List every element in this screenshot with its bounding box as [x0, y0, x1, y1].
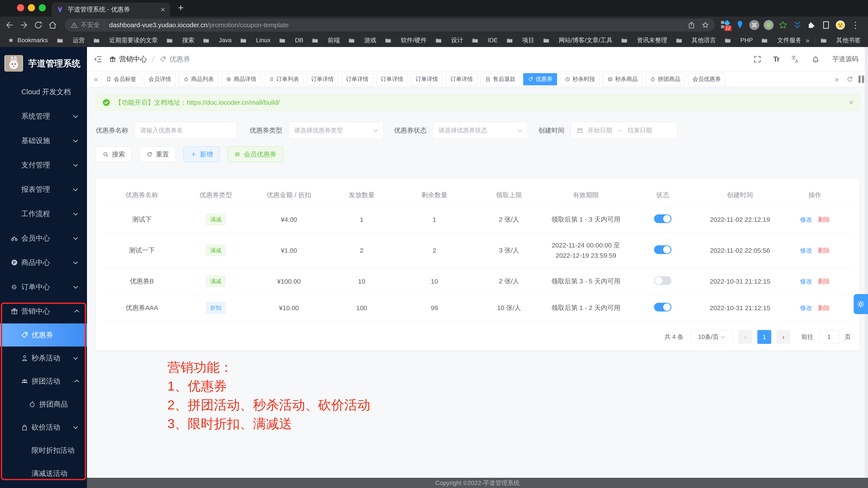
- tab-close-icon[interactable]: ×: [160, 5, 165, 14]
- member-coupon-button[interactable]: 会员优惠券: [227, 146, 283, 162]
- view-tab[interactable]: 订单详情: [341, 73, 373, 85]
- add-button[interactable]: 新增: [184, 146, 220, 162]
- bookmark-item[interactable]: 项目: [506, 36, 534, 45]
- sidebar-item[interactable]: 系统管理: [0, 104, 87, 128]
- sidebar-item[interactable]: 工作流程: [0, 202, 87, 226]
- tabs-scroll-right-icon[interactable]: »: [835, 75, 839, 84]
- next-page-button[interactable]: ›: [776, 330, 790, 344]
- browser-menu-icon[interactable]: ⋮: [851, 21, 860, 29]
- delete-link[interactable]: 删除: [818, 278, 830, 285]
- sidebar-item[interactable]: 会员中心: [0, 226, 87, 250]
- status-toggle[interactable]: [654, 303, 672, 312]
- forward-icon[interactable]: [19, 20, 29, 30]
- extension-icon-pin[interactable]: [735, 20, 745, 30]
- bookmark-item[interactable]: 网站/博客/文章/工具: [543, 36, 613, 45]
- window-controls[interactable]: [17, 4, 46, 11]
- extension-icon-sidebar[interactable]: [821, 20, 831, 30]
- sidebar-item[interactable]: 营销中心: [0, 299, 87, 323]
- bookmark-item[interactable]: 资讯未整理: [621, 36, 667, 45]
- scrollbar-track[interactable]: [865, 47, 868, 488]
- sidebar-item[interactable]: 订单中心: [0, 275, 87, 299]
- delete-link[interactable]: 删除: [818, 247, 830, 254]
- home-icon[interactable]: [48, 20, 57, 30]
- delete-link[interactable]: 删除: [818, 216, 830, 223]
- sidebar-item[interactable]: Cloud 开发文档: [0, 80, 87, 104]
- bookmarks-star-icon[interactable]: [7, 37, 14, 44]
- bookmark-item[interactable]: 软件/硬件: [385, 36, 427, 45]
- view-tab[interactable]: 订单列表: [264, 73, 304, 85]
- tabs-refresh-icon[interactable]: [846, 76, 854, 83]
- share-icon[interactable]: [687, 21, 695, 29]
- sidebar-item[interactable]: 秒杀活动: [0, 346, 87, 370]
- sidebar-item[interactable]: 满减送活动: [0, 462, 87, 485]
- close-window-button[interactable]: [17, 4, 24, 11]
- edit-link[interactable]: 修改: [800, 216, 812, 223]
- back-icon[interactable]: [5, 20, 14, 30]
- view-tab[interactable]: 秒杀时段: [560, 73, 600, 85]
- edit-link[interactable]: 修改: [800, 247, 812, 254]
- view-tab[interactable]: 订单详情: [376, 73, 408, 85]
- bookmark-item[interactable]: PHP: [724, 37, 753, 44]
- edit-link[interactable]: 修改: [800, 278, 812, 285]
- banner-link[interactable]: https://doc.iocoder.cn/mall/build/: [187, 99, 280, 106]
- bookmarks-overflow-icon[interactable]: »: [806, 36, 809, 45]
- sidebar-item[interactable]: 拼团商品: [0, 393, 87, 416]
- extension-icon-command[interactable]: [749, 20, 759, 30]
- font-size-icon[interactable]: Tr: [773, 55, 779, 63]
- sidebar-item[interactable]: 限时折扣活动: [0, 439, 87, 462]
- prev-page-button[interactable]: ‹: [738, 330, 752, 344]
- zoom-window-button[interactable]: [39, 4, 46, 11]
- bookmark-item[interactable]: Java: [203, 37, 231, 44]
- coupon-name-input[interactable]: [134, 122, 237, 139]
- view-tab[interactable]: 拼团商品: [645, 73, 685, 85]
- extension-icon-star[interactable]: [778, 20, 788, 30]
- bookmark-item[interactable]: 前端: [312, 36, 340, 45]
- view-tab[interactable]: 会员优惠券: [688, 73, 725, 85]
- address-bar[interactable]: 不安全 dashboard-vue3.yudao.iocoder.cn/prom…: [65, 19, 715, 32]
- bookmark-item[interactable]: IDE: [472, 37, 498, 44]
- bookmark-item[interactable]: 运营: [57, 36, 85, 45]
- minimize-window-button[interactable]: [28, 4, 35, 11]
- view-tab[interactable]: 商品详情: [221, 73, 261, 85]
- coupon-type-select[interactable]: 请选择优惠券类型: [288, 122, 383, 139]
- extension-icon-record[interactable]: [764, 20, 774, 30]
- reload-icon[interactable]: [33, 20, 43, 30]
- view-tab[interactable]: 订单详情: [307, 73, 338, 85]
- view-tab[interactable]: 商品列表: [179, 73, 218, 85]
- collapse-sidebar-icon[interactable]: [93, 55, 103, 64]
- search-button[interactable]: 搜索: [96, 146, 132, 162]
- bookmark-star-icon[interactable]: [702, 21, 709, 29]
- bookmark-item[interactable]: DB: [279, 37, 303, 44]
- sidebar-item[interactable]: 商品中心: [0, 250, 87, 275]
- status-toggle[interactable]: [654, 214, 672, 223]
- app-logo[interactable]: 芋道管理系统: [0, 47, 87, 80]
- settings-fab[interactable]: [854, 294, 868, 314]
- bookmark-item[interactable]: 文件服务器: [761, 36, 800, 45]
- sidebar-item[interactable]: 优惠券: [0, 323, 87, 346]
- extension-icon-tabs[interactable]: 12: [720, 20, 731, 30]
- fullscreen-icon[interactable]: [753, 55, 762, 64]
- new-tab-button[interactable]: +: [178, 3, 184, 12]
- view-tab[interactable]: 会员标签: [101, 73, 141, 85]
- sidebar-item[interactable]: 拼团活动: [0, 370, 87, 393]
- reset-button[interactable]: 重置: [140, 146, 176, 162]
- breadcrumb-marketing[interactable]: 营销中心: [119, 54, 147, 64]
- banner-close-icon[interactable]: ×: [849, 98, 854, 107]
- current-page[interactable]: 1: [757, 330, 771, 344]
- sidebar-item[interactable]: 报表管理: [0, 177, 87, 202]
- sidebar-item[interactable]: 砍价活动: [0, 416, 87, 439]
- other-bookmarks[interactable]: 其他书签: [820, 36, 861, 45]
- sidebar-item[interactable]: 支付管理: [0, 153, 87, 177]
- browser-tab[interactable]: 芋道管理系统 - 优惠券 ×: [52, 3, 170, 17]
- delete-link[interactable]: 删除: [818, 305, 830, 311]
- layout-columns-icon[interactable]: [859, 76, 864, 83]
- bookmark-item[interactable]: 游戏: [348, 36, 376, 45]
- goto-page-input[interactable]: [819, 330, 839, 344]
- edit-link[interactable]: 修改: [800, 305, 812, 311]
- bookmark-item[interactable]: 设计: [435, 36, 463, 45]
- sidebar-item[interactable]: 基础设施: [0, 128, 87, 153]
- translate-icon[interactable]: [790, 55, 800, 64]
- extensions-puzzle-icon[interactable]: [807, 20, 817, 30]
- view-tab[interactable]: 秒杀商品: [603, 73, 642, 85]
- notification-bell-icon[interactable]: [811, 55, 820, 64]
